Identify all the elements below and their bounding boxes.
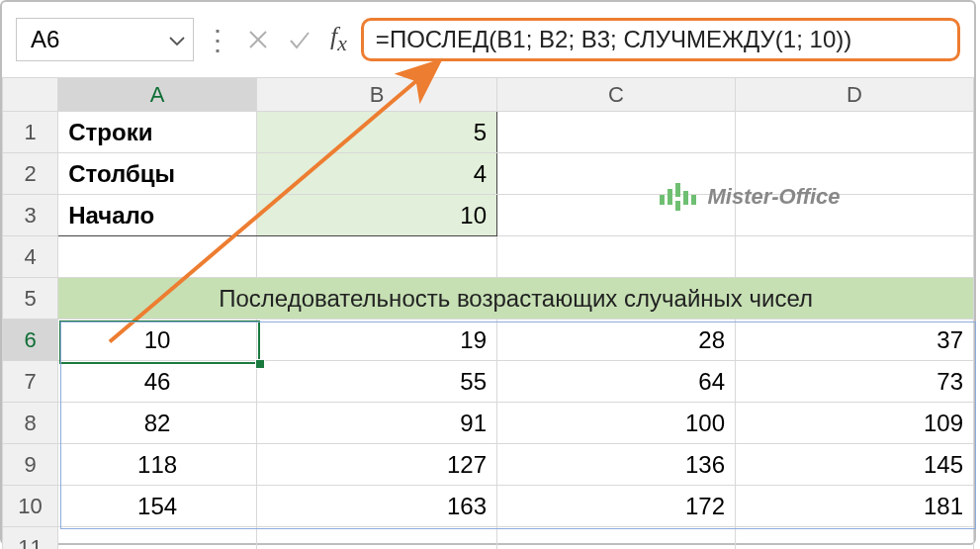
cell[interactable]: 91	[257, 403, 497, 444]
fill-handle[interactable]	[255, 359, 265, 369]
chevron-down-icon[interactable]	[169, 29, 185, 51]
cell[interactable]: 55	[257, 361, 497, 403]
row-header[interactable]: 10	[3, 486, 58, 527]
spreadsheet-grid[interactable]: A B C D 1 Строки 5 2 Столбцы 4	[2, 77, 974, 543]
cell[interactable]: 37	[735, 320, 973, 361]
cell[interactable]	[497, 236, 736, 278]
section-header[interactable]: Последовательность возрастающих случайны…	[58, 278, 974, 320]
row-header[interactable]: 4	[3, 236, 58, 278]
cell[interactable]: 73	[735, 361, 973, 403]
svg-rect-4	[683, 191, 688, 205]
cell[interactable]: 127	[257, 444, 497, 486]
cell[interactable]	[735, 112, 973, 153]
row-header[interactable]: 1	[3, 112, 58, 153]
svg-rect-0	[660, 195, 665, 205]
svg-rect-5	[691, 195, 696, 205]
cell[interactable]: 118	[58, 444, 257, 486]
cell[interactable]: 10	[58, 320, 257, 361]
cell[interactable]: 100	[497, 403, 736, 444]
cell[interactable]: 28	[497, 320, 736, 361]
col-header-C[interactable]: C	[497, 78, 736, 112]
cell[interactable]: 163	[257, 486, 497, 527]
cell[interactable]	[735, 236, 973, 278]
cell[interactable]	[58, 236, 257, 278]
svg-rect-2	[675, 183, 680, 197]
cell[interactable]: Начало	[58, 195, 257, 236]
cell[interactable]: 172	[497, 486, 736, 527]
row-header[interactable]: 9	[3, 444, 58, 486]
formula-bar: A6 ⋮ fx =ПОСЛЕД(B1; B2; B3; СЛУЧМЕЖДУ(1;…	[16, 16, 960, 63]
cell[interactable]: 64	[497, 361, 736, 403]
cell-reference: A6	[31, 26, 59, 53]
cell[interactable]	[58, 527, 257, 550]
fx-icon[interactable]: fx	[324, 22, 353, 56]
cell[interactable]: 46	[58, 361, 257, 403]
cell[interactable]	[735, 527, 973, 550]
row-header[interactable]: 7	[3, 361, 58, 403]
cell[interactable]: 10	[257, 195, 497, 236]
col-header-D[interactable]: D	[735, 78, 973, 112]
row-header[interactable]: 8	[3, 403, 58, 444]
cell[interactable]	[257, 236, 497, 278]
svg-rect-1	[668, 189, 672, 205]
row-header[interactable]: 6	[3, 320, 58, 361]
cell[interactable]: 136	[497, 444, 736, 486]
row-header[interactable]: 2	[3, 153, 58, 195]
cell[interactable]: 5	[257, 112, 497, 153]
cell[interactable]: 4	[257, 153, 497, 195]
col-header-B[interactable]: B	[257, 78, 497, 112]
enter-icon[interactable]	[283, 20, 316, 59]
cancel-icon[interactable]	[241, 20, 275, 59]
cell[interactable]	[257, 527, 497, 550]
formula-text: =ПОСЛЕД(B1; B2; B3; СЛУЧМЕЖДУ(1; 10))	[376, 26, 851, 53]
row-header[interactable]: 5	[3, 278, 58, 320]
cell[interactable]	[497, 112, 736, 153]
logo: Mister-Office	[658, 183, 840, 211]
cell[interactable]	[497, 527, 736, 550]
divider: ⋮	[202, 24, 233, 56]
cell[interactable]: 82	[58, 403, 257, 444]
cell[interactable]: 19	[257, 320, 497, 361]
formula-input[interactable]: =ПОСЛЕД(B1; B2; B3; СЛУЧМЕЖДУ(1; 10))	[361, 18, 960, 61]
cell[interactable]: 109	[735, 403, 973, 444]
cell[interactable]: 154	[58, 486, 257, 527]
row-header[interactable]: 11	[3, 527, 58, 550]
cell[interactable]: 181	[735, 486, 973, 527]
row-header[interactable]: 3	[3, 195, 58, 236]
svg-rect-3	[675, 201, 680, 211]
cell[interactable]: 145	[735, 444, 973, 486]
col-header-A[interactable]: A	[58, 78, 257, 112]
cell[interactable]: Столбцы	[58, 153, 257, 195]
cell[interactable]: Строки	[58, 112, 257, 153]
select-all-corner[interactable]	[3, 78, 58, 112]
name-box[interactable]: A6	[16, 18, 194, 61]
logo-text: Mister-Office	[707, 184, 840, 210]
